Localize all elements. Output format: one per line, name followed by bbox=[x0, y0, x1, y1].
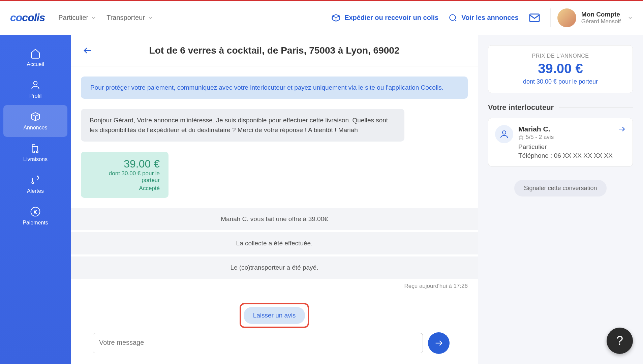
compose-bar bbox=[71, 332, 478, 364]
sidebar-item-label: Accueil bbox=[27, 61, 44, 67]
help-icon: ? bbox=[616, 334, 623, 348]
euro-icon: € bbox=[30, 206, 41, 217]
user-name: Gérard Mensoif bbox=[581, 18, 621, 25]
chevron-down-icon bbox=[148, 15, 153, 21]
search-icon bbox=[449, 13, 457, 22]
price-label: PRIX DE L'ANNONCE bbox=[496, 53, 625, 59]
status-paid: Le (co)transporteur a été payé. bbox=[71, 256, 478, 279]
nav-label: Transporteur bbox=[106, 14, 145, 22]
ads-label: Voir les annonces bbox=[461, 14, 519, 22]
sidebar-item-paiements[interactable]: € Paiements bbox=[0, 200, 71, 232]
nav-particulier[interactable]: Particulier bbox=[58, 14, 96, 22]
price-value: 39.00 € bbox=[496, 61, 625, 76]
sidebar-item-annonces[interactable]: Annonces bbox=[3, 105, 67, 137]
sidebar-item-label: Paiements bbox=[23, 220, 48, 226]
chat-body: Pour protéger votre paiement, communique… bbox=[71, 66, 478, 332]
status-collected: La collecte a été effectuée. bbox=[71, 232, 478, 254]
svg-point-7 bbox=[32, 182, 33, 183]
payment-warning: Pour protéger votre paiement, communique… bbox=[81, 77, 468, 99]
chevron-down-icon bbox=[91, 15, 96, 21]
sidebar-item-label: Profil bbox=[29, 93, 41, 99]
route-icon bbox=[30, 175, 41, 185]
offer-price: 39.00 € bbox=[90, 158, 160, 170]
chat-column: Lot de 6 verres à cocktail, de Paris, 75… bbox=[71, 35, 478, 364]
svg-point-0 bbox=[450, 14, 455, 20]
offer-status: Accepté bbox=[90, 185, 160, 192]
logo[interactable]: cocolis bbox=[10, 11, 45, 24]
user-icon bbox=[30, 80, 41, 90]
review-highlight: Laisser un avis bbox=[240, 303, 309, 328]
svg-point-5 bbox=[33, 151, 34, 153]
report-conversation-button[interactable]: Signaler cette conversation bbox=[514, 180, 606, 196]
offer-subtext: dont 30.00 € pour le porteur bbox=[90, 170, 160, 184]
price-subtext: dont 30.00 € pour le porteur bbox=[496, 78, 625, 85]
svg-rect-4 bbox=[32, 147, 38, 151]
svg-point-6 bbox=[36, 151, 38, 153]
sidebar-item-label: Alertes bbox=[27, 188, 44, 194]
chevron-down-icon bbox=[627, 15, 633, 21]
interlocutor-section-title: Votre interlocuteur bbox=[488, 103, 633, 112]
sidebar-item-label: Livraisons bbox=[23, 156, 48, 162]
interlocutor-name: Mariah C. bbox=[518, 125, 613, 133]
sidebar-item-alertes[interactable]: Alertes bbox=[0, 169, 71, 200]
main-header: cocolis Particulier Transporteur Expédie… bbox=[0, 1, 643, 35]
svg-point-13 bbox=[502, 131, 506, 134]
interlocutor-card[interactable]: Mariah C. 5/5 - 2 avis Particulier Télép… bbox=[488, 118, 633, 166]
sidebar-item-livraisons[interactable]: Livraisons bbox=[0, 137, 71, 169]
interlocutor-phone: Téléphone : 06 XX XX XX XX XX bbox=[518, 152, 613, 159]
svg-marker-14 bbox=[519, 135, 523, 139]
account-label: Mon Compte bbox=[581, 11, 621, 18]
nav-transporteur[interactable]: Transporteur bbox=[106, 14, 153, 22]
interlocutor-type: Particulier bbox=[518, 143, 613, 151]
star-icon bbox=[518, 134, 524, 140]
message-bubble: Bonjour Gérard, Votre annonce m'intéress… bbox=[81, 109, 404, 142]
avatar bbox=[557, 8, 576, 27]
svg-line-1 bbox=[455, 20, 456, 21]
box-icon bbox=[30, 111, 41, 122]
interlocutor-rating: 5/5 - 2 avis bbox=[518, 134, 613, 141]
sidebar: Accueil Profil Annonces Livraisons Alert… bbox=[0, 35, 71, 364]
help-button[interactable]: ? bbox=[607, 328, 633, 354]
right-panel: PRIX DE L'ANNONCE 39.00 € dont 30.00 € p… bbox=[478, 35, 643, 364]
svg-text:€: € bbox=[34, 209, 37, 215]
leave-review-button[interactable]: Laisser un avis bbox=[244, 307, 305, 324]
nav-label: Particulier bbox=[58, 14, 88, 22]
ship-receive-link[interactable]: Expédier ou recevoir un colis bbox=[332, 13, 438, 22]
package-icon bbox=[332, 13, 340, 22]
back-arrow-icon[interactable] bbox=[83, 46, 93, 56]
message-timestamp: Reçu aujourd'hui à 17:26 bbox=[81, 283, 468, 290]
home-icon bbox=[30, 48, 41, 59]
arrow-right-icon[interactable] bbox=[618, 125, 626, 159]
cart-icon bbox=[30, 143, 41, 154]
chat-header: Lot de 6 verres à cocktail, de Paris, 75… bbox=[71, 35, 478, 66]
account-menu[interactable]: Mon Compte Gérard Mensoif bbox=[550, 8, 633, 27]
ship-label: Expédier ou recevoir un colis bbox=[344, 14, 438, 22]
offer-bubble: 39.00 € dont 30.00 € pour le porteur Acc… bbox=[81, 152, 169, 198]
sidebar-item-profil[interactable]: Profil bbox=[0, 73, 71, 105]
status-offer: Mariah C. vous fait une offre à 39.00€ bbox=[71, 208, 478, 230]
view-ads-link[interactable]: Voir les annonces bbox=[449, 13, 519, 22]
message-input[interactable] bbox=[93, 333, 423, 353]
user-icon bbox=[495, 125, 513, 143]
sidebar-item-accueil[interactable]: Accueil bbox=[0, 42, 71, 73]
messages-icon[interactable] bbox=[529, 12, 540, 24]
svg-point-3 bbox=[34, 81, 37, 85]
svg-point-8 bbox=[37, 176, 38, 177]
sidebar-item-label: Annonces bbox=[23, 125, 47, 131]
chat-title: Lot de 6 verres à cocktail, de Paris, 75… bbox=[103, 45, 466, 56]
send-button[interactable] bbox=[428, 332, 450, 354]
price-box: PRIX DE L'ANNONCE 39.00 € dont 30.00 € p… bbox=[488, 45, 633, 93]
